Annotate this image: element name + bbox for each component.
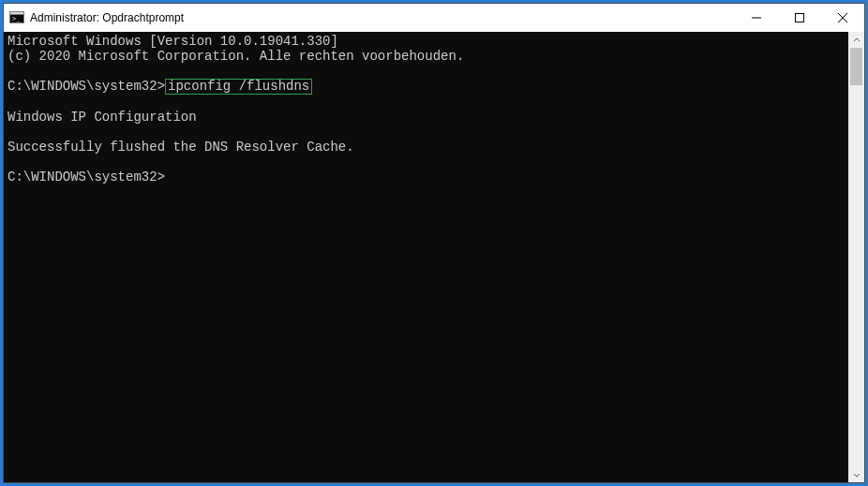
maximize-button[interactable] [778, 4, 821, 32]
version-line: Microsoft Windows [Version 10.0.19041.33… [7, 34, 338, 49]
window-controls [735, 4, 864, 32]
scrollbar-track[interactable] [848, 48, 864, 466]
cmd-icon: >_ [9, 10, 24, 25]
flush-result: Successfully flushed the DNS Resolver Ca… [7, 140, 354, 155]
minimize-button[interactable] [735, 4, 778, 32]
window-title: Administrator: Opdrachtprompt [30, 11, 184, 24]
command-prompt-window: >_ Administrator: Opdrachtprompt Microso… [3, 3, 865, 483]
svg-rect-4 [796, 14, 804, 22]
ipconfig-header: Windows IP Configuration [7, 110, 197, 125]
close-button[interactable] [821, 4, 864, 32]
prompt-path-2: C:\WINDOWS\system32> [7, 169, 165, 184]
entered-command: ipconfig /flushdns [165, 79, 312, 95]
vertical-scrollbar[interactable] [848, 32, 864, 482]
scrollbar-thumb[interactable] [850, 48, 862, 85]
terminal-area: Microsoft Windows [Version 10.0.19041.33… [4, 32, 864, 482]
copyright-line: (c) 2020 Microsoft Corporation. Alle rec… [7, 49, 464, 64]
scroll-up-arrow-icon[interactable] [848, 32, 864, 48]
prompt-path: C:\WINDOWS\system32> [7, 79, 165, 94]
terminal-output[interactable]: Microsoft Windows [Version 10.0.19041.33… [4, 32, 848, 482]
scroll-down-arrow-icon[interactable] [848, 466, 864, 482]
svg-text:>_: >_ [12, 15, 21, 22]
titlebar[interactable]: >_ Administrator: Opdrachtprompt [4, 4, 864, 32]
